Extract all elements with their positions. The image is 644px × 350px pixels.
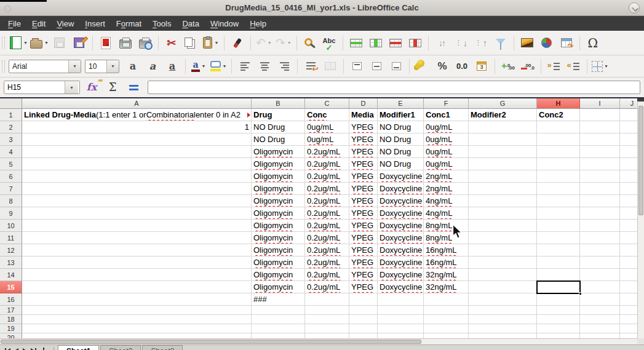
cell-J18[interactable] bbox=[620, 315, 637, 324]
pivot-table-button[interactable] bbox=[557, 34, 576, 52]
cell-D18[interactable] bbox=[349, 315, 378, 324]
cell-D16[interactable] bbox=[349, 293, 378, 306]
align-bottom-button[interactable] bbox=[386, 57, 406, 76]
row-header-18[interactable]: 18 bbox=[0, 315, 22, 324]
previous-sheet-button[interactable] bbox=[15, 348, 18, 350]
cell-H8[interactable] bbox=[537, 195, 580, 207]
cell-F19[interactable] bbox=[424, 324, 469, 333]
cell-G3[interactable] bbox=[469, 133, 537, 146]
cell-F12[interactable]: 16ng/mL bbox=[424, 244, 469, 257]
cell-B5[interactable]: Oligomycin bbox=[252, 158, 305, 170]
cell-C17[interactable] bbox=[305, 306, 349, 315]
cell-D7[interactable]: YPEG bbox=[349, 183, 378, 195]
cell-A13[interactable] bbox=[22, 257, 252, 269]
cell-I16[interactable] bbox=[580, 293, 620, 306]
column-header-D[interactable]: D bbox=[349, 98, 378, 109]
cell-H4[interactable] bbox=[537, 146, 580, 158]
cell-H16[interactable] bbox=[537, 293, 580, 306]
special-character-button[interactable]: Ω bbox=[583, 34, 603, 52]
cell-D1[interactable]: Media bbox=[349, 109, 378, 121]
cell-J12[interactable] bbox=[620, 244, 637, 257]
paste-button[interactable]: ▼ bbox=[201, 34, 221, 52]
cell-E11[interactable]: Doxycycline bbox=[378, 232, 424, 244]
cell-E17[interactable] bbox=[378, 306, 424, 315]
cell-C3[interactable]: 0ug/mL bbox=[305, 133, 349, 146]
formula-button[interactable] bbox=[124, 79, 143, 95]
cell-I12[interactable] bbox=[580, 244, 620, 257]
print-preview-button[interactable] bbox=[135, 34, 155, 52]
cell-G18[interactable] bbox=[469, 315, 537, 324]
cell-H20[interactable] bbox=[537, 333, 580, 338]
cell-E7[interactable]: Doxycycline bbox=[378, 183, 424, 195]
cell-C9[interactable]: 0.2ug/mL bbox=[305, 207, 349, 220]
cell-B8[interactable]: Oligomycin bbox=[252, 195, 305, 207]
row-header-9[interactable]: 9 bbox=[0, 207, 22, 220]
cell-G6[interactable] bbox=[469, 170, 537, 183]
row-header-15[interactable]: 15 bbox=[0, 281, 22, 293]
cell-H9[interactable] bbox=[537, 207, 580, 220]
redo-button[interactable]: ↷▼ bbox=[274, 34, 293, 52]
cell-C7[interactable]: 0.2ug/mL bbox=[305, 183, 349, 195]
cell-B7[interactable]: Oligomycin bbox=[252, 183, 305, 195]
cell-H19[interactable] bbox=[537, 324, 580, 333]
menu-tools[interactable]: Tools bbox=[147, 17, 177, 30]
cell-D10[interactable]: YPEG bbox=[349, 220, 378, 232]
dropdown-caret-icon[interactable]: ▼ bbox=[604, 64, 608, 68]
cell-F2[interactable]: 0ug/mL bbox=[424, 121, 469, 133]
center-vertically-button[interactable] bbox=[367, 57, 386, 76]
cell-C20[interactable] bbox=[305, 333, 349, 338]
cell-B1[interactable]: Drug bbox=[252, 109, 305, 121]
autofilter-button[interactable] bbox=[491, 34, 511, 52]
cell-H11[interactable] bbox=[537, 232, 580, 244]
cell-G10[interactable] bbox=[469, 220, 537, 232]
font-name-combobox[interactable]: Arial ▼ bbox=[9, 60, 81, 73]
add-sheet-button[interactable] bbox=[41, 348, 46, 350]
cell-J3[interactable] bbox=[620, 133, 637, 146]
column-header-H[interactable]: H bbox=[537, 98, 580, 109]
cell-F15[interactable]: 32ng/mL bbox=[424, 281, 469, 293]
cell-C19[interactable] bbox=[305, 324, 349, 333]
column-header-G[interactable]: G bbox=[469, 98, 537, 109]
cell-I1[interactable] bbox=[580, 109, 620, 121]
cell-H13[interactable] bbox=[537, 257, 580, 269]
cell-E8[interactable]: Doxycycline bbox=[378, 195, 424, 207]
number-format-button[interactable]: 0.0 bbox=[452, 57, 472, 76]
menu-view[interactable]: View bbox=[51, 17, 79, 30]
cell-F18[interactable] bbox=[424, 315, 469, 324]
cell-F1[interactable]: Conc1 bbox=[424, 109, 469, 121]
cell-J13[interactable] bbox=[620, 257, 637, 269]
cell-E16[interactable] bbox=[378, 293, 424, 306]
cell-A10[interactable] bbox=[22, 220, 252, 232]
menu-insert[interactable]: Insert bbox=[79, 17, 111, 30]
cell-E10[interactable]: Doxycycline bbox=[378, 220, 424, 232]
increase-indent-button[interactable] bbox=[544, 57, 564, 76]
cell-I17[interactable] bbox=[580, 306, 620, 315]
export-pdf-button[interactable] bbox=[96, 34, 116, 52]
row-header-1[interactable]: 1 bbox=[0, 109, 22, 121]
cell-B9[interactable]: Oligomycin bbox=[252, 207, 305, 220]
menu-window[interactable]: Window bbox=[205, 17, 244, 30]
next-sheet-button[interactable] bbox=[23, 348, 26, 350]
cell-B4[interactable]: Oligomycin bbox=[252, 146, 305, 158]
cell-D14[interactable]: YPEG bbox=[349, 269, 378, 281]
cell-C6[interactable]: 0.2ug/mL bbox=[305, 170, 349, 183]
cell-A9[interactable] bbox=[22, 207, 252, 220]
save-as-button[interactable] bbox=[70, 34, 89, 52]
sum-button[interactable]: Σ bbox=[103, 79, 122, 95]
corner-box[interactable] bbox=[0, 98, 22, 109]
cell-J8[interactable] bbox=[620, 195, 637, 207]
window-control-icon[interactable] bbox=[4, 6, 11, 12]
cell-E5[interactable]: NO Drug bbox=[378, 158, 424, 170]
percent-format-button[interactable]: % bbox=[432, 57, 452, 76]
cell-J20[interactable] bbox=[620, 333, 637, 338]
dropdown-caret-icon[interactable]: ▼ bbox=[287, 41, 292, 45]
cell-I4[interactable] bbox=[580, 146, 620, 158]
cell-E12[interactable]: Doxycycline bbox=[378, 244, 424, 257]
cell-C16[interactable] bbox=[305, 293, 349, 306]
dropdown-caret-icon[interactable]: ▼ bbox=[223, 64, 227, 68]
dropdown-caret-icon[interactable]: ▼ bbox=[44, 41, 49, 45]
cell-D13[interactable]: YPEG bbox=[349, 257, 378, 269]
align-left-button[interactable] bbox=[235, 57, 255, 76]
cell-I18[interactable] bbox=[580, 315, 620, 324]
name-box-dropdown-icon[interactable]: ▼ bbox=[65, 81, 78, 93]
